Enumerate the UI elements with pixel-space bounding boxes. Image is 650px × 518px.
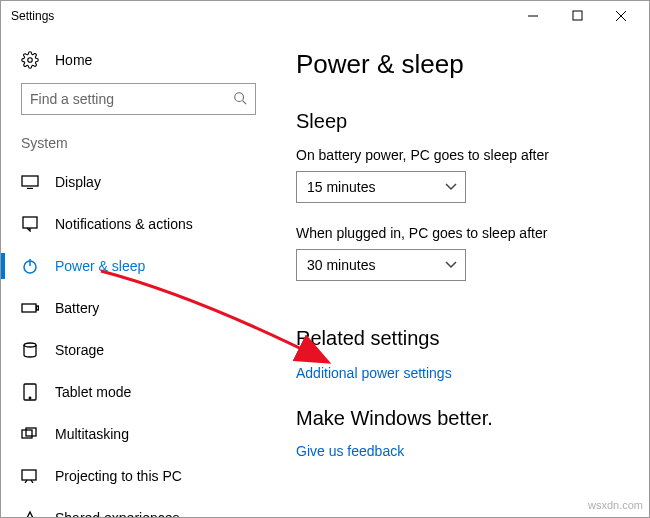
svg-rect-1: [573, 11, 582, 20]
tablet-icon: [21, 383, 39, 401]
multitasking-icon: [21, 425, 39, 443]
svg-rect-19: [22, 470, 36, 480]
additional-power-settings-link[interactable]: Additional power settings: [296, 365, 452, 381]
plugged-sleep-dropdown[interactable]: 30 minutes: [296, 249, 466, 281]
plugged-sleep-label: When plugged in, PC goes to sleep after: [296, 225, 629, 241]
sidebar-item-projecting[interactable]: Projecting to this PC: [1, 455, 276, 497]
sidebar-item-label: Projecting to this PC: [55, 468, 182, 484]
sidebar-item-notifications[interactable]: Notifications & actions: [1, 203, 276, 245]
sidebar: Home Find a setting System Display: [1, 31, 276, 517]
sidebar-item-storage[interactable]: Storage: [1, 329, 276, 371]
battery-icon: [21, 299, 39, 317]
related-settings-heading: Related settings: [296, 327, 629, 350]
svg-point-14: [24, 343, 36, 347]
sidebar-item-shared-experiences[interactable]: Shared experiences: [1, 497, 276, 517]
sidebar-item-label: Shared experiences: [55, 510, 180, 517]
sidebar-item-battery[interactable]: Battery: [1, 287, 276, 329]
power-icon: [21, 257, 39, 275]
gear-icon: [21, 51, 39, 69]
svg-rect-18: [26, 428, 36, 436]
battery-sleep-dropdown[interactable]: 15 minutes: [296, 171, 466, 203]
nav-group-label: System: [1, 135, 276, 161]
battery-sleep-label: On battery power, PC goes to sleep after: [296, 147, 629, 163]
sidebar-item-power-sleep[interactable]: Power & sleep: [1, 245, 276, 287]
svg-point-4: [28, 58, 33, 63]
svg-point-16: [29, 397, 31, 399]
maximize-icon: [572, 10, 583, 21]
sidebar-item-tablet-mode[interactable]: Tablet mode: [1, 371, 276, 413]
display-icon: [21, 173, 39, 191]
give-feedback-link[interactable]: Give us feedback: [296, 443, 404, 459]
sleep-heading: Sleep: [296, 110, 629, 133]
search-input[interactable]: Find a setting: [21, 83, 256, 115]
svg-rect-17: [22, 430, 32, 438]
home-label: Home: [55, 52, 92, 68]
sidebar-item-multitasking[interactable]: Multitasking: [1, 413, 276, 455]
maximize-button[interactable]: [555, 1, 599, 31]
minimize-button[interactable]: [511, 1, 555, 31]
svg-line-6: [243, 100, 247, 104]
svg-rect-7: [22, 176, 38, 186]
projecting-icon: [21, 467, 39, 485]
notifications-icon: [21, 215, 39, 233]
sidebar-item-label: Battery: [55, 300, 99, 316]
sidebar-item-label: Power & sleep: [55, 258, 145, 274]
svg-point-5: [235, 92, 244, 101]
svg-rect-12: [22, 304, 36, 312]
sidebar-item-display[interactable]: Display: [1, 161, 276, 203]
sidebar-item-label: Tablet mode: [55, 384, 131, 400]
make-windows-better-heading: Make Windows better.: [296, 407, 629, 430]
main-panel: Power & sleep Sleep On battery power, PC…: [276, 31, 649, 517]
close-button[interactable]: [599, 1, 643, 31]
dropdown-value: 30 minutes: [307, 257, 375, 273]
window-title: Settings: [11, 9, 54, 23]
sidebar-item-label: Notifications & actions: [55, 216, 193, 232]
close-icon: [615, 10, 627, 22]
chevron-down-icon: [445, 180, 457, 194]
minimize-icon: [527, 10, 539, 22]
watermark: wsxdn.com: [588, 499, 643, 511]
dropdown-value: 15 minutes: [307, 179, 375, 195]
chevron-down-icon: [445, 258, 457, 272]
search-placeholder: Find a setting: [30, 91, 233, 107]
shared-icon: [21, 509, 39, 517]
home-nav[interactable]: Home: [1, 41, 276, 83]
sidebar-item-label: Multitasking: [55, 426, 129, 442]
svg-rect-9: [23, 217, 37, 228]
sidebar-item-label: Display: [55, 174, 101, 190]
svg-rect-13: [37, 306, 39, 310]
sidebar-item-label: Storage: [55, 342, 104, 358]
storage-icon: [21, 341, 39, 359]
titlebar: Settings: [1, 1, 649, 31]
search-icon: [233, 91, 247, 108]
page-title: Power & sleep: [296, 49, 629, 80]
